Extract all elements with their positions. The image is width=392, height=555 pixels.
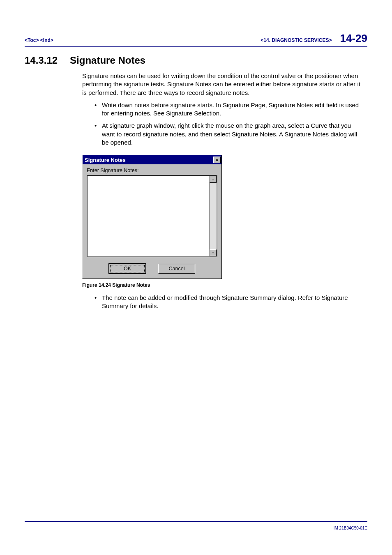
- scroll-down-button[interactable]: ▼: [210, 249, 217, 256]
- ok-button[interactable]: OK: [109, 264, 146, 274]
- intro-paragraph: Signature notes can be used for writing …: [82, 72, 363, 97]
- toc-link[interactable]: <Toc>: [25, 37, 39, 43]
- ind-link[interactable]: <Ind>: [40, 37, 53, 43]
- notes-input-label: Enter Signature Notes:: [87, 168, 217, 173]
- dialog-body: Enter Signature Notes: ▲ ▼ OK: [83, 164, 221, 279]
- dialog-title: Signature Notes: [85, 157, 126, 163]
- section-title: Signature Notes: [70, 55, 145, 66]
- body-content-after: The note can be added or modified throug…: [82, 294, 363, 311]
- notes-textarea[interactable]: [88, 176, 209, 256]
- header-section-label: <14. DIAGNOSTIC SERVICES>: [261, 37, 332, 43]
- bullet-list-top: Write down notes before signature starts…: [95, 101, 363, 147]
- notes-textarea-wrap: ▲ ▼: [87, 175, 217, 257]
- section-heading: 14.3.12 Signature Notes: [25, 55, 367, 66]
- dialog-button-row: OK Cancel: [87, 264, 217, 274]
- page-container: <Toc> <Ind> <14. DIAGNOSTIC SERVICES> 14…: [0, 0, 392, 555]
- page-footer: IM 21B04C50-01E: [25, 521, 367, 530]
- close-icon: ×: [216, 158, 218, 162]
- document-id: IM 21B04C50-01E: [334, 526, 367, 530]
- header-right: <14. DIAGNOSTIC SERVICES> 14-29: [261, 32, 367, 45]
- chevron-down-icon: ▼: [212, 251, 215, 255]
- page-header: <Toc> <Ind> <14. DIAGNOSTIC SERVICES> 14…: [25, 32, 367, 47]
- body-content: Signature notes can be used for writing …: [82, 72, 363, 147]
- signature-notes-dialog: Signature Notes × Enter Signature Notes:…: [82, 155, 222, 279]
- page-number: 14-29: [340, 32, 368, 45]
- cancel-button[interactable]: Cancel: [158, 264, 195, 274]
- header-nav-links: <Toc> <Ind>: [25, 37, 53, 43]
- list-item: The note can be added or modified throug…: [95, 294, 363, 311]
- scroll-up-button[interactable]: ▲: [210, 176, 217, 183]
- chevron-up-icon: ▲: [212, 177, 215, 181]
- scroll-track[interactable]: [210, 183, 217, 249]
- list-item: At signature graph window, right-click t…: [95, 122, 363, 147]
- section-number: 14.3.12: [25, 55, 58, 66]
- list-item: Write down notes before signature starts…: [95, 101, 363, 118]
- bullet-list-bottom: The note can be added or modified throug…: [95, 294, 363, 311]
- dialog-screenshot: Signature Notes × Enter Signature Notes:…: [82, 155, 367, 279]
- dialog-titlebar: Signature Notes ×: [83, 155, 221, 164]
- figure-caption: Figure 14.24 Signature Notes: [82, 282, 367, 288]
- vertical-scrollbar[interactable]: ▲ ▼: [209, 176, 217, 256]
- close-button[interactable]: ×: [213, 157, 221, 163]
